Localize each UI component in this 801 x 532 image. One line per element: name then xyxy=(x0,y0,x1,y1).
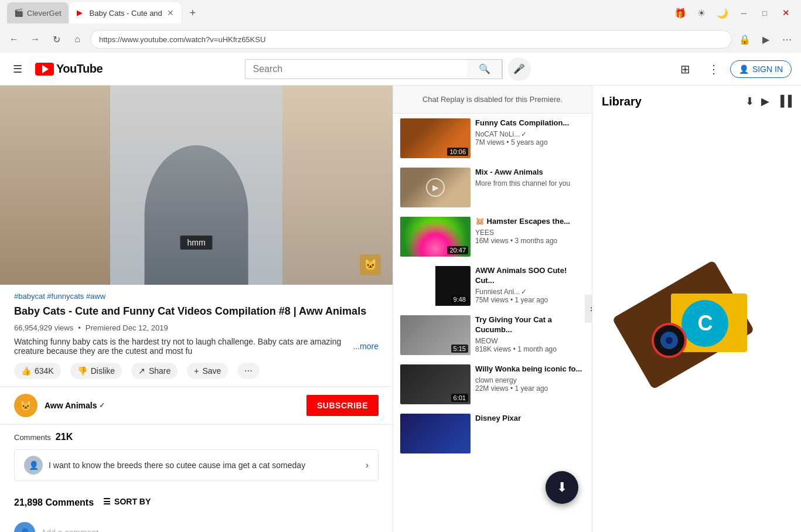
rec-title: Disney Pixar xyxy=(475,414,585,424)
bullet: • xyxy=(78,323,81,332)
rec-duration: 6:01 xyxy=(451,394,468,402)
rec-channel: MEOW xyxy=(475,337,585,345)
video-player[interactable]: hmm 🐱 xyxy=(0,86,393,285)
main-content-area: hmm 🐱 #babycat #funnycats #aww Baby Cats… xyxy=(0,86,592,532)
tab-label-cleverget: CleverGet xyxy=(27,9,62,18)
subscribe-button[interactable]: SUBSCRIBE xyxy=(306,395,379,416)
search-input[interactable] xyxy=(246,64,467,74)
tab-favicon-youtube: ▶ xyxy=(77,8,86,18)
like-icon: 👍 xyxy=(21,366,31,376)
home-button[interactable]: ⌂ xyxy=(69,31,86,47)
more-actions-button[interactable]: ⋯ xyxy=(237,363,260,379)
rec-info: Try Giving Your Cat a Cucumb... MEOW 818… xyxy=(475,315,585,355)
recommendation-item[interactable]: 5:15 Try Giving Your Cat a Cucumb... MEO… xyxy=(393,311,592,360)
save-icon: + xyxy=(194,366,199,376)
comments-section: Comments 21K 👤 I want to know the breeds… xyxy=(0,425,393,532)
download-fab-button[interactable]: ⬇ xyxy=(546,471,578,504)
new-tab-button[interactable]: + xyxy=(185,5,201,21)
rec-meta: 75M views • 1 year ago xyxy=(475,296,585,304)
like-button[interactable]: 👍 634K xyxy=(14,363,61,379)
library-download-icon[interactable]: ⬇ xyxy=(745,95,754,108)
refresh-button[interactable]: ↻ xyxy=(48,31,64,47)
comment-input[interactable]: Add a comment... xyxy=(41,526,379,532)
browser-more-icon[interactable]: ⋯ xyxy=(779,31,795,47)
first-comment-preview[interactable]: 👤 I want to know the breeds there so cut… xyxy=(14,449,379,481)
rec-meta: 818K views • 1 month ago xyxy=(475,345,585,353)
dislike-button[interactable]: 👎 Dislike xyxy=(70,363,122,379)
more-options-button[interactable]: ⋮ xyxy=(702,57,725,81)
tab-favicon-cleverget: 🎬 xyxy=(14,8,23,18)
youtube-logo-text: YouTube xyxy=(56,62,103,76)
like-count: 634K xyxy=(35,366,54,376)
extension-gift[interactable]: 🎁 xyxy=(672,5,688,21)
close-button[interactable]: ✕ xyxy=(778,5,794,21)
share-icon: ↗ xyxy=(138,366,145,376)
more-actions-icon: ⋯ xyxy=(244,366,253,376)
library-video-icon[interactable]: ▶ xyxy=(761,95,769,108)
rec-info: Mix - Aww Animals More from this channel… xyxy=(475,168,585,207)
back-button[interactable]: ← xyxy=(6,31,22,47)
youtube-logo-icon xyxy=(35,63,54,76)
nav-bar: ← → ↻ ⌂ https://www.youtube.com/watch?v=… xyxy=(0,26,801,53)
rec-meta: 16M views • 3 months ago xyxy=(475,237,585,245)
save-button[interactable]: + Save xyxy=(187,363,228,379)
browser-chrome: 🎬 CleverGet ▶ Baby Cats - Cute and ✕ + 🎁… xyxy=(0,0,801,53)
sign-in-button[interactable]: 👤 SIGN IN xyxy=(730,60,792,78)
panel-collapse-button[interactable]: › xyxy=(585,295,592,323)
all-comments-count: 21,898 Comments xyxy=(14,497,94,508)
view-count: 66,954,929 views xyxy=(14,323,73,332)
sign-in-label: SIGN IN xyxy=(752,64,783,74)
share-button[interactable]: ↗ Share xyxy=(131,363,178,379)
rec-channel: Funniest Ani... ✓ xyxy=(475,288,585,296)
youtube-logo[interactable]: YouTube xyxy=(35,62,103,76)
forward-button[interactable]: → xyxy=(27,31,43,47)
recommendation-item[interactable]: Disney Pixar xyxy=(393,409,592,458)
rec-thumbnail: 20:47 xyxy=(400,217,471,257)
premiere-date: Premiered Dec 12, 2019 xyxy=(86,323,168,332)
rec-info: Willy Wonka being iconic fo... clown ene… xyxy=(475,364,585,404)
share-label: Share xyxy=(149,366,171,376)
apps-button[interactable]: ⊞ xyxy=(674,57,697,81)
recommendation-item[interactable]: 6:01 Willy Wonka being iconic fo... clow… xyxy=(393,360,592,409)
save-label: Save xyxy=(202,366,221,376)
rec-meta: 22M views • 1 year ago xyxy=(475,384,585,393)
more-link[interactable]: ...more xyxy=(353,342,379,351)
channel-avatar[interactable]: 🐱 xyxy=(14,394,38,417)
channel-name[interactable]: Aww Animals ✓ xyxy=(45,401,105,410)
rec-thumbnail xyxy=(400,414,471,453)
play-triangle xyxy=(42,65,49,73)
cast-icon[interactable]: ▶ xyxy=(758,31,774,47)
rec-thumbnail: 10:06 xyxy=(400,118,471,158)
tab-youtube[interactable]: ▶ Baby Cats - Cute and ✕ xyxy=(70,2,181,23)
mic-button[interactable]: 🎤 xyxy=(507,57,531,81)
tab-cleverget[interactable]: 🎬 CleverGet xyxy=(7,2,69,23)
recommendation-item[interactable]: 9:48 AWW Animals SOO Cute! Cut... Funnie… xyxy=(393,261,592,311)
user-avatar: 👤 xyxy=(14,522,35,532)
recommendation-item[interactable]: 20:47 🐹 Hamster Escapes the... YEES 16M … xyxy=(393,212,592,261)
address-bar[interactable]: https://www.youtube.com/watch?v=uHKfrz65… xyxy=(90,30,732,49)
rec-title: 🐹 Hamster Escapes the... xyxy=(475,217,585,227)
comments-label: Comments xyxy=(14,433,51,442)
rec-info: Funny Cats Compilation... NoCAT NoLi... … xyxy=(475,118,585,158)
add-comment-area: 👤 Add a comment... xyxy=(14,522,379,532)
recommendation-item[interactable]: ▶ Mix - Aww Animals More from this chann… xyxy=(393,163,592,212)
recommendation-item[interactable]: 10:06 Funny Cats Compilation... NoCAT No… xyxy=(393,114,592,163)
tab-close-youtube[interactable]: ✕ xyxy=(167,8,174,18)
minimize-button[interactable]: ─ xyxy=(735,5,752,21)
rec-info: 🐹 Hamster Escapes the... YEES 16M views … xyxy=(475,217,585,257)
tab-label-youtube: Baby Cats - Cute and xyxy=(90,9,162,18)
video-info: #babycat #funnycats #aww Baby Cats - Cut… xyxy=(0,285,393,386)
video-hashtags[interactable]: #babycat #funnycats #aww xyxy=(14,292,379,301)
library-audio-icon[interactable]: ▐▐ xyxy=(776,95,792,108)
extension-sun[interactable]: ☀ xyxy=(693,5,710,21)
url-text: https://www.youtube.com/watch?v=uHKfrz65… xyxy=(99,35,265,44)
rec-info: AWW Animals SOO Cute! Cut... Funniest An… xyxy=(475,266,585,306)
hamburger-menu[interactable]: ☰ xyxy=(9,59,26,79)
extension-moon[interactable]: 🌙 xyxy=(714,5,731,21)
search-button[interactable]: 🔍 xyxy=(467,59,502,79)
rec-channel: More from this channel for you xyxy=(475,179,585,187)
sort-by-button[interactable]: ☰ SORT BY xyxy=(103,497,151,506)
comments-header[interactable]: Comments 21K xyxy=(14,432,379,442)
maximize-button[interactable]: □ xyxy=(756,5,773,21)
commenter-avatar: 👤 xyxy=(24,456,43,475)
